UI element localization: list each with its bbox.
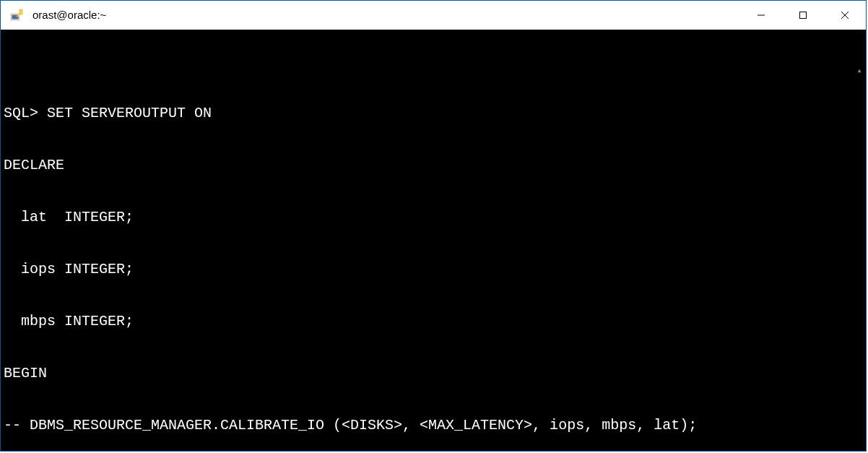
svg-rect-5 <box>800 12 807 18</box>
scroll-up-arrow[interactable]: ▴ <box>853 64 866 77</box>
svg-rect-2 <box>19 9 22 14</box>
terminal-line: lat INTEGER; <box>4 209 866 226</box>
putty-window: orast@oracle:~ SQL> SET SERVEROUTPUT ON … <box>0 0 867 452</box>
window-title: orast@oracle:~ <box>32 9 740 21</box>
scrollbar[interactable]: ▴ <box>853 30 866 451</box>
close-button[interactable] <box>824 1 866 29</box>
terminal-line: DECLARE <box>4 157 866 174</box>
terminal-area[interactable]: SQL> SET SERVEROUTPUT ON DECLARE lat INT… <box>1 30 866 451</box>
terminal-line: mbps INTEGER; <box>4 313 866 330</box>
title-bar[interactable]: orast@oracle:~ <box>1 1 866 30</box>
terminal-line: iops INTEGER; <box>4 261 866 278</box>
maximize-button[interactable] <box>782 1 824 29</box>
terminal-line: BEGIN <box>4 365 866 382</box>
terminal-line: -- DBMS_RESOURCE_MANAGER.CALIBRATE_IO (<… <box>4 417 866 434</box>
terminal-line: SQL> SET SERVEROUTPUT ON <box>4 105 866 122</box>
minimize-button[interactable] <box>740 1 782 29</box>
window-controls <box>740 1 866 29</box>
putty-icon <box>9 8 24 22</box>
